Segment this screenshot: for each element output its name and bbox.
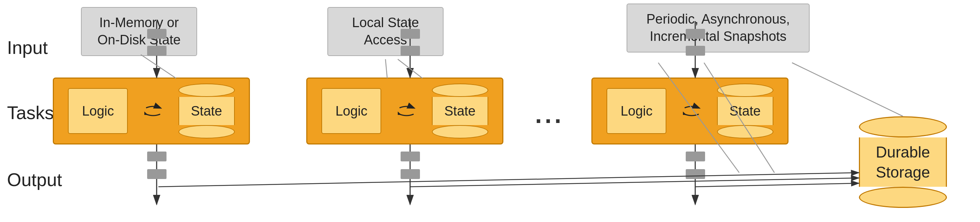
svg-line-34: [398, 59, 422, 78]
task-box-1: Logic State: [53, 78, 250, 144]
state-cyl-3: State: [717, 83, 773, 139]
task-box-2: Logic State: [306, 78, 503, 144]
callout-local-state: Local State Access: [328, 7, 444, 56]
diagram: Input Tasks Output In-Memory or On-Disk …: [0, 0, 980, 222]
arrows-1: [144, 102, 162, 120]
svg-line-39: [410, 178, 859, 187]
arrows-3: [683, 102, 700, 120]
state-cyl-2: State: [432, 83, 488, 139]
svg-line-38: [158, 172, 859, 187]
svg-rect-27: [686, 152, 705, 161]
svg-rect-23: [401, 169, 420, 179]
state-cyl-1: State: [178, 83, 235, 139]
ellipsis: ...: [535, 101, 564, 129]
callout-snapshots: Periodic, Asynchronous, Incremental Snap…: [627, 3, 810, 53]
task-box-3: Logic State: [591, 78, 789, 144]
svg-line-32: [141, 54, 176, 78]
tasks-label: Tasks: [7, 102, 54, 123]
state-label-3: State: [717, 97, 773, 125]
svg-line-40: [695, 183, 859, 187]
svg-line-33: [385, 59, 387, 78]
callout-in-memory: In-Memory or On-Disk State: [81, 7, 197, 56]
logic-box-2: Logic: [321, 88, 381, 134]
durable-storage: Durable Storage: [859, 116, 947, 208]
svg-rect-18: [147, 169, 167, 179]
logic-box-1: Logic: [68, 88, 128, 134]
state-label-2: State: [432, 97, 488, 125]
input-label: Input: [7, 37, 48, 58]
logic-box-3: Logic: [606, 88, 667, 134]
arrows-2: [398, 102, 415, 120]
svg-rect-22: [401, 152, 420, 161]
state-label-1: State: [178, 97, 235, 125]
svg-rect-28: [686, 169, 705, 179]
output-label: Output: [7, 169, 62, 190]
svg-line-37: [792, 63, 903, 116]
svg-rect-17: [147, 152, 167, 161]
